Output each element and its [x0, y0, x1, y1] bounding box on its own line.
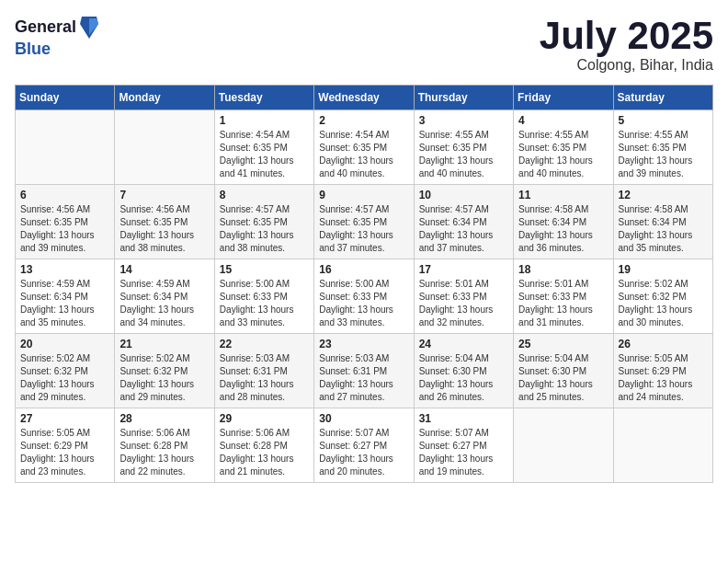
day-number: 19 [619, 263, 708, 276]
day-info: Sunrise: 4:57 AM Sunset: 6:35 PM Dayligh… [220, 203, 309, 255]
calendar-cell: 26Sunrise: 5:05 AM Sunset: 6:29 PM Dayli… [613, 334, 712, 408]
day-info: Sunrise: 5:07 AM Sunset: 6:27 PM Dayligh… [319, 427, 408, 478]
day-number: 26 [619, 338, 708, 350]
calendar-header-row: SundayMondayTuesdayWednesdayThursdayFrid… [16, 86, 713, 110]
month-year-title: July 2025 [540, 15, 713, 57]
calendar-cell: 30Sunrise: 5:07 AM Sunset: 6:27 PM Dayli… [314, 408, 414, 483]
calendar-cell: 24Sunrise: 5:04 AM Sunset: 6:30 PM Dayli… [414, 334, 513, 408]
day-number: 22 [220, 338, 309, 350]
calendar-week-2: 6Sunrise: 4:56 AM Sunset: 6:35 PM Daylig… [16, 185, 713, 259]
calendar-cell: 28Sunrise: 5:06 AM Sunset: 6:28 PM Dayli… [115, 408, 214, 483]
day-header-wednesday: Wednesday [314, 86, 414, 110]
day-info: Sunrise: 4:57 AM Sunset: 6:35 PM Dayligh… [319, 203, 408, 255]
logo-icon [78, 15, 100, 40]
calendar-cell [115, 110, 214, 185]
calendar-cell: 21Sunrise: 5:02 AM Sunset: 6:32 PM Dayli… [115, 334, 214, 408]
calendar-cell: 17Sunrise: 5:01 AM Sunset: 6:33 PM Dayli… [414, 259, 513, 334]
calendar-cell: 10Sunrise: 4:57 AM Sunset: 6:34 PM Dayli… [414, 185, 513, 259]
day-number: 30 [319, 412, 408, 425]
day-number: 29 [220, 412, 309, 425]
calendar-cell: 19Sunrise: 5:02 AM Sunset: 6:32 PM Dayli… [613, 259, 712, 334]
day-number: 14 [119, 263, 209, 276]
day-info: Sunrise: 5:01 AM Sunset: 6:33 PM Dayligh… [419, 278, 508, 329]
day-number: 2 [319, 114, 408, 127]
day-info: Sunrise: 5:03 AM Sunset: 6:31 PM Dayligh… [220, 352, 309, 404]
day-number: 24 [419, 338, 508, 350]
day-number: 17 [419, 263, 508, 276]
calendar-cell: 6Sunrise: 4:56 AM Sunset: 6:35 PM Daylig… [16, 185, 115, 259]
logo: General Blue [15, 15, 100, 59]
calendar-cell: 1Sunrise: 4:54 AM Sunset: 6:35 PM Daylig… [214, 110, 313, 185]
logo-general-text: General [15, 18, 76, 37]
calendar-cell: 25Sunrise: 5:04 AM Sunset: 6:30 PM Dayli… [514, 334, 613, 408]
calendar-body: 1Sunrise: 4:54 AM Sunset: 6:35 PM Daylig… [16, 110, 713, 483]
calendar-cell: 2Sunrise: 4:54 AM Sunset: 6:35 PM Daylig… [314, 110, 414, 185]
day-number: 7 [119, 189, 209, 201]
day-info: Sunrise: 5:00 AM Sunset: 6:33 PM Dayligh… [319, 278, 408, 329]
day-number: 15 [220, 263, 309, 276]
svg-marker-1 [89, 18, 98, 35]
calendar-cell: 22Sunrise: 5:03 AM Sunset: 6:31 PM Dayli… [214, 334, 313, 408]
day-info: Sunrise: 5:00 AM Sunset: 6:33 PM Dayligh… [220, 278, 309, 329]
day-number: 1 [220, 114, 309, 127]
day-info: Sunrise: 4:55 AM Sunset: 6:35 PM Dayligh… [419, 129, 508, 180]
day-number: 21 [119, 338, 209, 350]
calendar-cell: 13Sunrise: 4:59 AM Sunset: 6:34 PM Dayli… [16, 259, 115, 334]
calendar-cell: 8Sunrise: 4:57 AM Sunset: 6:35 PM Daylig… [214, 185, 313, 259]
day-number: 23 [319, 338, 408, 350]
day-info: Sunrise: 4:55 AM Sunset: 6:35 PM Dayligh… [619, 129, 708, 180]
day-number: 27 [20, 412, 109, 425]
calendar-cell: 29Sunrise: 5:06 AM Sunset: 6:28 PM Dayli… [214, 408, 313, 483]
calendar-table: SundayMondayTuesdayWednesdayThursdayFrid… [15, 85, 713, 483]
day-info: Sunrise: 4:58 AM Sunset: 6:34 PM Dayligh… [619, 203, 708, 255]
day-info: Sunrise: 4:54 AM Sunset: 6:35 PM Dayligh… [319, 129, 408, 180]
calendar-cell: 14Sunrise: 4:59 AM Sunset: 6:34 PM Dayli… [115, 259, 214, 334]
day-info: Sunrise: 5:03 AM Sunset: 6:31 PM Dayligh… [319, 352, 408, 404]
page-header: General Blue July 2025 Colgong, Bihar, I… [15, 15, 713, 74]
calendar-cell: 7Sunrise: 4:56 AM Sunset: 6:35 PM Daylig… [115, 185, 214, 259]
day-number: 20 [20, 338, 109, 350]
day-number: 3 [419, 114, 508, 127]
calendar-week-4: 20Sunrise: 5:02 AM Sunset: 6:32 PM Dayli… [16, 334, 713, 408]
calendar-week-1: 1Sunrise: 4:54 AM Sunset: 6:35 PM Daylig… [16, 110, 713, 185]
day-number: 6 [20, 189, 109, 201]
day-header-monday: Monday [115, 86, 214, 110]
day-number: 12 [619, 189, 708, 201]
day-info: Sunrise: 4:57 AM Sunset: 6:34 PM Dayligh… [419, 203, 508, 255]
day-info: Sunrise: 5:01 AM Sunset: 6:33 PM Dayligh… [518, 278, 608, 329]
day-header-friday: Friday [514, 86, 613, 110]
calendar-week-3: 13Sunrise: 4:59 AM Sunset: 6:34 PM Dayli… [16, 259, 713, 334]
calendar-cell: 12Sunrise: 4:58 AM Sunset: 6:34 PM Dayli… [613, 185, 712, 259]
day-number: 9 [319, 189, 408, 201]
day-number: 10 [419, 189, 508, 201]
location-subtitle: Colgong, Bihar, India [540, 57, 713, 74]
calendar-cell: 4Sunrise: 4:55 AM Sunset: 6:35 PM Daylig… [514, 110, 613, 185]
day-info: Sunrise: 5:06 AM Sunset: 6:28 PM Dayligh… [119, 427, 209, 478]
day-header-saturday: Saturday [613, 86, 712, 110]
day-info: Sunrise: 5:02 AM Sunset: 6:32 PM Dayligh… [20, 352, 109, 404]
day-header-thursday: Thursday [414, 86, 513, 110]
day-number: 13 [20, 263, 109, 276]
calendar-cell: 9Sunrise: 4:57 AM Sunset: 6:35 PM Daylig… [314, 185, 414, 259]
day-number: 28 [119, 412, 209, 425]
day-info: Sunrise: 5:04 AM Sunset: 6:30 PM Dayligh… [419, 352, 508, 404]
calendar-cell: 11Sunrise: 4:58 AM Sunset: 6:34 PM Dayli… [514, 185, 613, 259]
day-header-tuesday: Tuesday [214, 86, 313, 110]
calendar-cell: 3Sunrise: 4:55 AM Sunset: 6:35 PM Daylig… [414, 110, 513, 185]
calendar-cell: 20Sunrise: 5:02 AM Sunset: 6:32 PM Dayli… [16, 334, 115, 408]
day-number: 16 [319, 263, 408, 276]
day-info: Sunrise: 4:58 AM Sunset: 6:34 PM Dayligh… [518, 203, 608, 255]
title-block: July 2025 Colgong, Bihar, India [540, 15, 713, 74]
day-info: Sunrise: 5:02 AM Sunset: 6:32 PM Dayligh… [619, 278, 708, 329]
calendar-cell: 18Sunrise: 5:01 AM Sunset: 6:33 PM Dayli… [514, 259, 613, 334]
calendar-cell: 27Sunrise: 5:05 AM Sunset: 6:29 PM Dayli… [16, 408, 115, 483]
day-number: 31 [419, 412, 508, 425]
day-info: Sunrise: 5:05 AM Sunset: 6:29 PM Dayligh… [20, 427, 109, 478]
day-number: 25 [518, 338, 608, 350]
day-info: Sunrise: 4:56 AM Sunset: 6:35 PM Dayligh… [119, 203, 209, 255]
calendar-cell [16, 110, 115, 185]
day-number: 8 [220, 189, 309, 201]
logo-blue-text: Blue [15, 40, 100, 59]
day-info: Sunrise: 4:59 AM Sunset: 6:34 PM Dayligh… [20, 278, 109, 329]
day-info: Sunrise: 5:04 AM Sunset: 6:30 PM Dayligh… [518, 352, 608, 404]
